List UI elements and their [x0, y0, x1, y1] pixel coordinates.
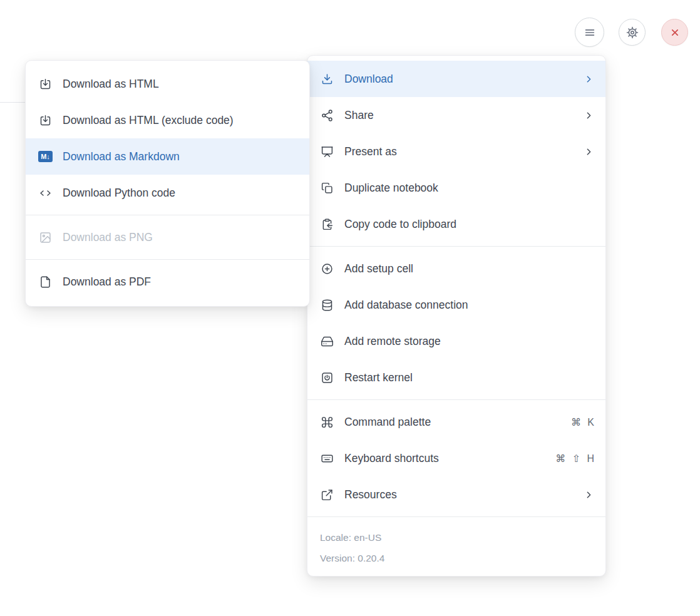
menu-item-label: Add database connection [344, 299, 468, 312]
menu-item-label: Present as [344, 145, 397, 158]
menu-item-copy-code[interactable]: Copy code to clipboard [307, 206, 605, 242]
shortcut-label: ⌘ K [571, 416, 594, 428]
menu-item-present-as[interactable]: Present as [307, 133, 605, 170]
page: { "colors": { "accent": "#2f6cb3", "high… [0, 0, 700, 616]
menu-item-label: Download as PDF [63, 275, 151, 289]
gear-icon [625, 26, 639, 39]
download-icon [320, 73, 334, 86]
menu-item-duplicate-notebook[interactable]: Duplicate notebook [307, 170, 605, 206]
menu-item-label: Download Python code [63, 187, 175, 200]
database-icon [320, 299, 334, 312]
menu-item-add-setup-cell[interactable]: Add setup cell [307, 250, 605, 287]
code-icon [38, 187, 53, 200]
menu-item-label: Download [344, 73, 393, 86]
menu-item-add-database-connection[interactable]: Add database connection [307, 287, 605, 323]
menu-item-resources[interactable]: Resources [307, 476, 605, 513]
file-download-icon [38, 114, 53, 127]
presentation-icon [320, 145, 334, 158]
notebook-actions-menu: Download Share Present as Duplicate note… [307, 55, 606, 577]
clipboard-copy-icon [320, 218, 334, 231]
command-icon [320, 416, 334, 429]
menu-item-label: Add setup cell [344, 262, 413, 275]
menu-item-label: Download as PNG [63, 231, 153, 244]
menu-item-label: Copy code to clipboard [344, 218, 456, 231]
chevron-right-icon [584, 490, 594, 500]
hard-drive-icon [320, 335, 334, 348]
keyboard-icon [320, 452, 334, 465]
background-cell-border [0, 102, 25, 103]
menu-divider [307, 516, 605, 517]
share-icon [320, 109, 334, 122]
menu-item-add-remote-storage[interactable]: Add remote storage [307, 323, 605, 359]
chevron-right-icon [584, 74, 594, 85]
menu-item-label: Download as HTML (exclude code) [63, 114, 234, 127]
submenu-item-download-html-exclude-code[interactable]: Download as HTML (exclude code) [26, 102, 309, 138]
plus-circle-icon [320, 262, 334, 275]
menu-item-label: Keyboard shortcuts [344, 452, 439, 465]
download-submenu: Download as HTML Download as HTML (exclu… [25, 60, 310, 307]
menu-item-label: Restart kernel [344, 371, 413, 384]
menu-item-label: Command palette [344, 416, 431, 429]
submenu-item-download-pdf[interactable]: Download as PDF [26, 264, 309, 300]
submenu-item-download-markdown[interactable]: M↓ Download as Markdown [26, 138, 309, 175]
markdown-badge: M↓ [38, 151, 53, 162]
menu-divider [26, 259, 309, 260]
notebook-menu-button[interactable] [575, 18, 604, 47]
submenu-item-download-png[interactable]: Download as PNG [26, 219, 309, 255]
menu-item-keyboard-shortcuts[interactable]: Keyboard shortcuts ⌘ ⇧ H [307, 440, 605, 476]
menu-item-label: Download as HTML [63, 78, 159, 91]
image-icon [38, 231, 53, 244]
menu-footer: Locale: en-US Version: 0.20.4 [307, 521, 605, 570]
menu-item-share[interactable]: Share [307, 97, 605, 133]
menu-item-label: Duplicate notebook [344, 182, 438, 195]
submenu-item-download-python-code[interactable]: Download Python code [26, 175, 309, 211]
version-text: Version: 0.20.4 [320, 548, 593, 568]
menu-divider [307, 399, 605, 400]
external-link-icon [320, 488, 334, 501]
submenu-item-download-html[interactable]: Download as HTML [26, 66, 309, 102]
duplicate-icon [320, 182, 334, 195]
menu-divider [26, 215, 309, 215]
hamburger-icon [583, 26, 597, 39]
file-icon [38, 275, 53, 289]
menu-item-label: Download as Markdown [63, 150, 180, 163]
menu-item-label: Add remote storage [344, 335, 441, 348]
chevron-right-icon [584, 146, 594, 157]
shortcut-label: ⌘ ⇧ H [555, 453, 594, 465]
menu-item-label: Share [344, 109, 374, 122]
settings-button[interactable] [619, 19, 646, 46]
file-download-icon [38, 78, 53, 91]
menu-item-restart-kernel[interactable]: Restart kernel [307, 359, 605, 396]
menu-divider [307, 246, 605, 247]
menu-item-command-palette[interactable]: Command palette ⌘ K [307, 404, 605, 440]
power-icon [320, 371, 334, 384]
close-icon [669, 26, 681, 39]
locale-text: Locale: en-US [320, 527, 593, 548]
close-button[interactable] [661, 19, 688, 46]
chevron-right-icon [584, 110, 594, 121]
menu-item-label: Resources [344, 488, 397, 501]
markdown-icon: M↓ [38, 151, 53, 162]
menu-item-download[interactable]: Download [307, 61, 605, 97]
